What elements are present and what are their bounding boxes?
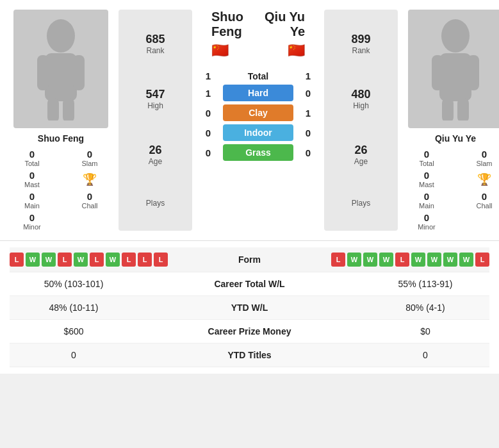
player1-mast-value: 0 [6,170,58,181]
stats-p2-value-2: $0 [374,326,477,336]
indoor-row: 0 Indoor 0 [199,124,318,141]
player2-high-label: High [351,101,370,110]
stats-row-3: 0 YTD Titles 0 [10,344,489,367]
stats-p2-value-0: 55% (113-91) [374,279,477,289]
player2-slam-block: 0 Slam [459,149,499,167]
player2-high-value: 480 [351,88,370,101]
player1-age-label: Age [149,157,162,166]
player2-silhouette [427,18,484,120]
surface-rows: 1 Total 1 1 Hard 0 0 Clay 1 [199,67,318,164]
total-row: 1 Total 1 [199,71,318,81]
form-badge-w: W [26,253,40,267]
form-section: LWWLWLWLLL Form LWWWLWWWWL 50% (103-101)… [0,240,499,374]
player2-minor-block: 0 Minor [401,212,452,231]
player1-plays-label: Plays [146,199,165,208]
stats-label-0: Career Total W/L [125,279,374,289]
player2-main-value: 0 [401,191,452,202]
player2-flag-row: 🇨🇳 [261,42,305,59]
player2-slam-value: 0 [459,149,499,160]
player1-main-value: 0 [6,191,58,202]
total-label: Total [223,71,293,81]
player2-main-label: Main [401,202,452,210]
player1-slam-block: 0 Slam [64,149,115,167]
player2-mast-block: 0 Mast [401,170,452,188]
player1-form-badges: LWWLWLWLLL [10,253,168,267]
player2-name-header: Qiu Yu Ye 🇨🇳 [261,10,305,64]
grass-row: 0 Grass 0 [199,144,318,161]
indoor-badge: Indoor [223,124,293,141]
stats-table: 50% (103-101) Career Total W/L 55% (113-… [10,272,489,367]
stats-p1-value-2: $600 [22,326,125,336]
player1-mast-block: 0 Mast [6,170,58,188]
stats-p2-value-1: 80% (4-1) [374,303,477,313]
player2-form-badges: LWWWLWWWWL [331,253,489,267]
player1-total-block: 0 Total [6,149,58,167]
svg-rect-7 [439,53,471,101]
svg-rect-4 [47,98,59,120]
indoor-p2-score: 0 [299,128,318,138]
stats-p2-value-3: 0 [374,350,477,360]
stats-label-2: Career Prize Money [125,326,374,336]
player2-age-block: 26 Age [354,144,368,166]
hard-row: 1 Hard 0 [199,85,318,101]
player1-rank-label: Rank [145,46,165,55]
player2-total-value: 0 [401,149,452,160]
svg-rect-1 [45,53,77,101]
player2-plays-block: Plays [352,199,370,208]
top-section: Shuo Feng 0 Total 0 Slam 0 Mast 🏆 [0,0,499,240]
player2-total-label: Total [401,160,452,167]
clay-row: 0 Clay 1 [199,104,318,121]
clay-badge: Clay [223,104,293,121]
player1-high-label: High [145,101,165,110]
player2-flag: 🇨🇳 [288,42,305,59]
svg-rect-11 [457,98,469,120]
player2-mast-value: 0 [401,170,452,181]
svg-rect-9 [468,55,479,90]
main-container: Shuo Feng 0 Total 0 Slam 0 Mast 🏆 [0,0,499,374]
total-p1-score: 1 [199,71,218,81]
player1-main-block: 0 Main [6,191,58,210]
player2-trophy-icon: 🏆 [477,172,491,187]
clay-p1-score: 0 [199,108,218,119]
hard-p1-score: 1 [199,88,218,99]
player1-minor-block: 0 Minor [6,212,58,231]
player2-mast-label: Mast [401,181,452,188]
grass-badge: Grass [223,144,293,161]
player2-rank-value: 899 [351,33,370,46]
player1-rank-value: 685 [145,33,165,46]
player2-total-block: 0 Total [401,149,452,167]
form-badge-w: W [379,253,393,267]
stats-label-3: YTD Titles [125,350,374,360]
player2-trophy-block: 🏆 [459,170,499,188]
stats-row-2: $600 Career Prize Money $0 [10,320,489,344]
player1-chall-block: 0 Chall [64,191,115,210]
player1-slam-label: Slam [64,160,115,167]
player1-high-value: 547 [145,88,165,101]
stats-row-0: 50% (103-101) Career Total W/L 55% (113-… [10,272,489,296]
player2-avatar [408,10,499,128]
stats-p1-value-1: 48% (10-11) [22,303,125,313]
svg-rect-5 [63,98,74,120]
player1-name-header: Shuo Feng 🇨🇳 [211,10,261,64]
player2-card: Qiu Yu Ye 0 Total 0 Slam 0 Mast 🏆 [401,10,499,231]
player2-plays-label: Plays [352,199,370,208]
form-badge-l: L [331,253,345,267]
form-badge-l: L [154,253,168,267]
form-badge-w: W [459,253,473,267]
player1-mast-label: Mast [6,181,58,188]
player2-slam-label: Slam [459,160,499,167]
stats-label-1: YTD W/L [125,303,374,313]
svg-rect-8 [432,55,443,90]
form-badge-w: W [411,253,425,267]
center-column: Shuo Feng 🇨🇳 Qiu Yu Ye 🇨🇳 1 To [195,10,321,231]
player2-rank-label: Rank [351,46,370,55]
form-badge-w: W [363,253,377,267]
total-p2-score: 1 [299,71,318,81]
player1-minor-value: 0 [6,212,58,223]
form-badge-w: W [427,253,441,267]
grass-p2-score: 0 [299,147,318,158]
form-badge-l: L [122,253,136,267]
form-badge-w: W [106,253,120,267]
indoor-p1-score: 0 [199,128,218,138]
player1-middle-panel: 685 Rank 547 High 26 Age Plays [119,10,192,231]
